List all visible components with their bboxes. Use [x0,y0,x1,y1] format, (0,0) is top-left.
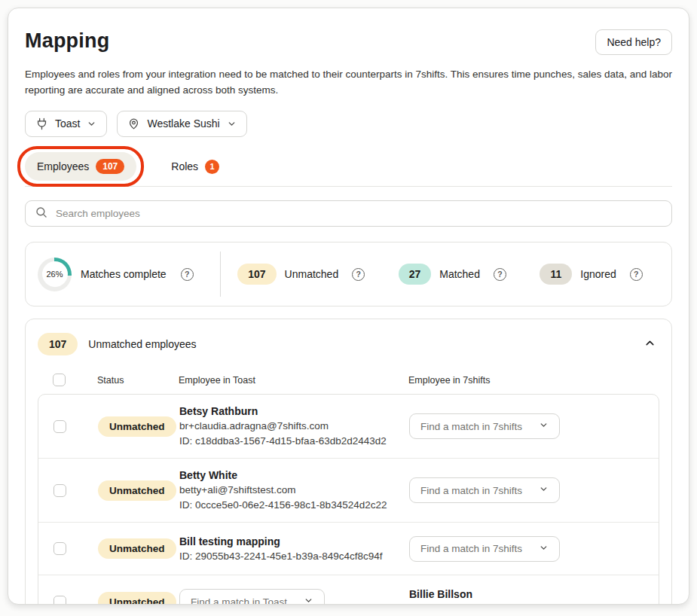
employee-name: Betsy Rathburn [179,404,409,419]
dropdown-label: Find a match in 7shifts [420,421,522,432]
table-row: Unmatched Betty White betty+ali@7shiftst… [38,459,659,523]
find-match-7shifts-dropdown[interactable]: Find a match in 7shifts [409,477,560,503]
row-checkbox[interactable] [53,596,66,605]
location-pin-icon [127,117,140,130]
location-label: Westlake Sushi [147,117,219,130]
page-title: Mapping [25,29,109,53]
chevron-down-icon [539,543,549,555]
table-row: Unmatched Find a match in Toast Billie B… [38,575,659,605]
page-header: Mapping Need help? [25,29,672,55]
location-dropdown[interactable]: Westlake Sushi [117,111,246,137]
matched-count: 27 [399,264,432,285]
unmatched-stat: 107 Unmatched ? [237,264,365,285]
employees-count-badge: 107 [96,159,124,174]
plug-icon [35,117,48,130]
collapse-section-button[interactable] [640,334,659,355]
employee-7shifts-cell: Billie Billson ID: 8025820 [409,587,659,605]
table-row: Unmatched Bill testing mapping ID: 29055… [38,523,659,575]
select-all-checkbox[interactable] [53,374,66,386]
integration-label: Toast [55,117,80,130]
unmatched-employees-section: 107 Unmatched employees Status Employee … [25,319,672,605]
chevron-down-icon [87,119,96,129]
ignored-label: Ignored [580,268,616,280]
employee-name: Billie Billson [409,587,659,602]
chevron-down-icon [539,420,549,432]
dropdown-label: Find a match in 7shifts [420,543,522,554]
column-employee-toast: Employee in Toast [179,375,408,386]
section-count-badge: 107 [38,333,78,355]
progress-percent: 26% [42,261,68,287]
search-icon [35,206,48,222]
ignored-stat: 11 Ignored ? [540,264,642,285]
matched-stat: 27 Matched ? [399,264,506,285]
chevron-down-icon [227,119,237,129]
mapping-page: Mapping Need help? Employees and roles f… [8,8,689,605]
need-help-button[interactable]: Need help? [595,29,672,55]
row-checkbox[interactable] [53,420,66,433]
employee-name: Betty White [179,468,409,483]
column-employee-7shifts: Employee in 7shifts [408,375,659,386]
page-description: Employees and roles from your integratio… [25,67,672,99]
row-checkbox[interactable] [53,484,66,497]
status-badge: Unmatched [98,592,176,605]
matches-complete-stat: 26% Matches complete ? [38,258,220,291]
search-employees [25,200,672,227]
employee-id: ID: 0ccce5e0-06e2-4156-98c1-8b34524d2c22 [179,498,409,513]
dropdown-label: Find a match in Toast [191,596,287,605]
matched-label: Matched [439,268,480,280]
chevron-down-icon [304,596,313,605]
employee-id: ID: 8025820 [409,602,659,605]
status-badge: Unmatched [98,480,176,501]
progress-donut-chart: 26% [38,258,72,291]
status-badge: Unmatched [98,416,176,437]
tab-employees[interactable]: Employees 107 [25,152,136,181]
employee-id: ID: c18ddba3-1567-4d15-bfaa-63db2d2443d2 [179,434,409,449]
status-badge: Unmatched [98,538,176,559]
tab-roles-label: Roles [171,160,198,172]
tab-employees-label: Employees [37,160,89,172]
tab-bar: Employees 107 Roles 1 [25,152,672,187]
table-column-headers: Status Employee in Toast Employee in 7sh… [38,374,659,386]
unmatched-label: Unmatched [285,268,339,280]
ignored-count: 11 [540,264,572,285]
help-icon[interactable]: ? [494,268,506,281]
row-checkbox[interactable] [53,542,66,555]
table-row: Unmatched Betsy Rathburn br+claudia.adra… [38,395,659,459]
employee-list: Unmatched Betsy Rathburn br+claudia.adra… [38,394,659,605]
help-icon[interactable]: ? [630,268,643,281]
stats-bar: 26% Matches complete ? 107 Unmatched ? 2… [25,242,672,306]
tab-roles[interactable]: Roles 1 [159,153,231,181]
dropdown-label: Find a match in 7shifts [420,485,522,496]
roles-count-badge: 1 [205,160,219,174]
employee-toast-cell: Betty White betty+ali@7shiftstest.com ID… [179,468,409,513]
employee-id: ID: 29055b43-2241-45e1-b39a-849c4cf8c94f [179,549,409,564]
employee-toast-cell: Bill testing mapping ID: 29055b43-2241-4… [179,534,409,564]
employee-toast-cell: Betsy Rathburn br+claudia.adragna@7shift… [179,404,409,449]
unmatched-count: 107 [237,264,276,285]
find-match-7shifts-dropdown[interactable]: Find a match in 7shifts [409,413,560,439]
integration-dropdown[interactable]: Toast [25,111,107,137]
chevron-up-icon [644,340,656,352]
find-match-toast-dropdown[interactable]: Find a match in Toast [179,589,325,605]
employee-email: betty+ali@7shiftstest.com [179,483,409,498]
find-match-7shifts-dropdown[interactable]: Find a match in 7shifts [409,536,560,562]
section-title: Unmatched employees [88,338,630,350]
employee-email: br+claudia.adragna@7shifts.com [179,419,409,434]
matches-complete-label: Matches complete [81,268,167,280]
employee-name: Bill testing mapping [179,534,409,549]
help-icon[interactable]: ? [352,268,365,281]
chevron-down-icon [539,484,549,496]
filter-bar: Toast Westlake Sushi [25,111,672,137]
column-status: Status [97,375,179,386]
help-icon[interactable]: ? [181,268,194,281]
search-input[interactable] [56,208,662,219]
